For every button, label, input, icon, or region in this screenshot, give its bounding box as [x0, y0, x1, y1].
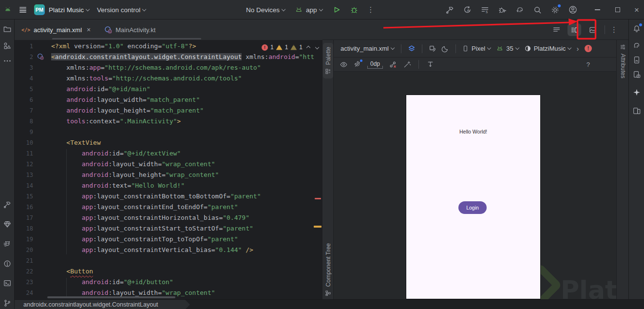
design-canvas[interactable]: Platzi Hello World! Login: [334, 72, 616, 299]
code-line[interactable]: 22 <Button: [15, 266, 322, 277]
apply-changes-button[interactable]: A: [463, 5, 472, 15]
gradle-sync-button[interactable]: [515, 5, 525, 15]
help-icon[interactable]: ?: [587, 61, 590, 68]
code-line[interactable]: 6 android:layout_width="match_parent": [15, 95, 322, 105]
infer-constraints-icon[interactable]: [403, 60, 411, 69]
tab-activity-main-xml[interactable]: </> activity_main.xml ×: [21, 26, 91, 34]
gradle-tool-icon[interactable]: [632, 41, 641, 50]
code-line[interactable]: 12 android:layout_width="wrap_content": [15, 159, 322, 170]
logcat-icon[interactable]: [3, 240, 12, 249]
code-line[interactable]: 18 app:layout_constraintStart_toStartOf=…: [15, 223, 322, 234]
code-line[interactable]: 20 app:layout_constraintVertical_bias="0…: [15, 245, 322, 255]
tab-main-activity-kt[interactable]: K MainActivity.kt: [104, 26, 155, 34]
inspections-widget[interactable]: ! 1 ! 1 ! 1: [262, 42, 320, 53]
night-mode-icon[interactable]: [441, 44, 450, 53]
preview-login-button[interactable]: Login: [458, 201, 487, 214]
horizontal-scrollbar[interactable]: [47, 296, 175, 298]
close-tab-icon[interactable]: ×: [87, 26, 91, 34]
design-view-button[interactable]: [586, 23, 599, 36]
breadcrumb[interactable]: androidx.constraintlayout.widget.Constra…: [23, 301, 158, 308]
device-explorer-icon[interactable]: [632, 106, 641, 115]
design-surface-selector-icon[interactable]: [407, 44, 416, 53]
code-line[interactable]: 21: [15, 255, 322, 266]
device-picker[interactable]: Pixel: [462, 45, 492, 52]
clear-constraints-icon[interactable]: [389, 60, 397, 69]
code-line[interactable]: 4 xmlns:tools="http://schemas.android.co…: [15, 73, 322, 84]
maximize-button[interactable]: [615, 7, 620, 12]
tab-scrollbar[interactable]: [52, 38, 201, 39]
resource-manager-icon[interactable]: [3, 41, 12, 50]
running-devices-icon[interactable]: [632, 70, 641, 79]
next-device-icon[interactable]: ›: [576, 44, 579, 53]
related-kotlin-file-gutter-icon[interactable]: K: [37, 53, 44, 60]
palette-tab[interactable]: Palette: [323, 43, 333, 78]
settings-button[interactable]: [550, 5, 560, 15]
project-tool-icon[interactable]: [3, 25, 12, 34]
profiler-button[interactable]: s: [480, 5, 490, 15]
gemini-icon[interactable]: [632, 88, 641, 97]
device-manager-icon[interactable]: [632, 56, 641, 64]
theme-picker[interactable]: PlatziMusic: [524, 45, 572, 52]
code-line[interactable]: 7 android:layout_height="match_parent": [15, 105, 322, 116]
code-line[interactable]: 3 xmlns:app="http://schemas.android.com/…: [15, 62, 322, 73]
build-button[interactable]: [445, 5, 455, 15]
window-close-button[interactable]: ×: [634, 6, 639, 14]
component-tree-tab[interactable]: Component Tree: [323, 243, 333, 296]
code-line[interactable]: 10 <TextView: [15, 137, 322, 148]
code-line[interactable]: 5 android:id="@+id/main": [15, 84, 322, 95]
design-header: ⋮: [322, 19, 628, 40]
api-level-picker[interactable]: 35: [496, 45, 519, 53]
chevron-down-icon: [86, 7, 90, 11]
autoconnect-icon[interactable]: [354, 60, 361, 68]
version-control-tool-icon[interactable]: [3, 299, 12, 308]
default-margins-selector[interactable]: 0dp: [367, 60, 383, 69]
preview-file-selector[interactable]: activity_main.xml: [341, 45, 395, 52]
code-line[interactable]: 16 app:layout_constraintEnd_toEndOf="par…: [15, 202, 322, 212]
run-button[interactable]: [332, 5, 341, 14]
code-line[interactable]: 17 app:layout_constraintHorizontal_bias=…: [15, 212, 322, 223]
run-configuration-selector[interactable]: app: [295, 6, 323, 14]
main-menu-icon[interactable]: [19, 5, 27, 14]
code-line[interactable]: 13 android:layout_height="wrap_content": [15, 170, 322, 180]
next-issue-icon[interactable]: [315, 45, 319, 49]
code-line[interactable]: 15 app:layout_constraintBottom_toBottomO…: [15, 191, 322, 202]
guidelines-icon[interactable]: [426, 60, 435, 69]
code-line[interactable]: 9: [15, 127, 322, 137]
terminal-icon[interactable]: [3, 279, 12, 288]
orientation-selector-icon[interactable]: [428, 44, 437, 53]
issue-panel-icon[interactable]: !: [585, 45, 592, 52]
device-selector[interactable]: No Devices: [246, 6, 286, 14]
split-view-button[interactable]: [568, 23, 581, 36]
previous-issue-icon[interactable]: [306, 46, 310, 50]
warning-stripe-mark[interactable]: [314, 226, 322, 228]
account-button[interactable]: [568, 5, 578, 15]
vcs-menu[interactable]: Version control: [97, 6, 147, 14]
project-selector[interactable]: Platzi Music: [49, 6, 90, 14]
device-preview-screen[interactable]: Hello World! Login: [406, 95, 540, 299]
notifications-icon[interactable]: [632, 24, 641, 33]
code-line[interactable]: 8 tools:context=".MainActivity">: [15, 116, 322, 127]
code-view-button[interactable]: [549, 23, 563, 36]
code-line[interactable]: 23 android:id="@+id/button": [15, 277, 322, 288]
title-bar: PM Platzi Music Version control No Devic…: [0, 0, 644, 19]
app-quality-insights-icon[interactable]: [3, 220, 12, 229]
build-tool-icon[interactable]: [3, 200, 12, 209]
view-options-icon[interactable]: [340, 60, 348, 69]
minimize-button[interactable]: [595, 9, 600, 10]
code-editor[interactable]: 1<?xml version="1.0" encoding="utf-8"?>2…: [15, 40, 322, 299]
search-everywhere-button[interactable]: [533, 5, 542, 15]
attach-debugger-button[interactable]: [498, 5, 507, 15]
code-line[interactable]: 19 app:layout_constraintTop_toTopOf="par…: [15, 234, 322, 245]
editor-options-icon[interactable]: ⋮: [610, 25, 618, 34]
preview-hello-text[interactable]: Hello World!: [406, 129, 540, 135]
attributes-tab[interactable]: Attributes: [618, 44, 628, 78]
more-run-options-icon[interactable]: ⋮: [367, 5, 375, 14]
code-line[interactable]: 2<androidx.constraintlayout.widget.Const…: [15, 52, 322, 62]
breadcrumb-container[interactable]: androidx.constraintlayout.widget.Constra…: [15, 300, 190, 309]
problems-icon[interactable]: [3, 259, 12, 268]
debug-button[interactable]: [350, 5, 359, 14]
more-tool-windows-icon[interactable]: [3, 57, 12, 65]
code-line[interactable]: 14 android:text="Hello World!": [15, 180, 322, 191]
error-stripe-mark[interactable]: [315, 198, 321, 199]
code-line[interactable]: 11 android:id="@+id/textView": [15, 148, 322, 159]
